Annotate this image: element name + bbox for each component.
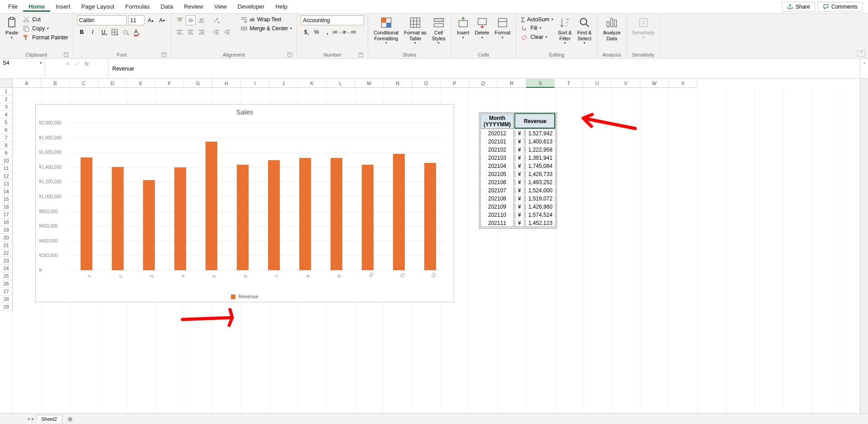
clipboard-launcher[interactable]	[64, 52, 68, 57]
italic-button[interactable]: I	[88, 27, 98, 37]
col-header-F[interactable]: F	[155, 79, 184, 88]
bar-12[interactable]	[424, 163, 436, 270]
row-header-14[interactable]: 14	[0, 188, 13, 195]
bar-5[interactable]	[206, 142, 217, 270]
col-header-A[interactable]: A	[13, 79, 41, 88]
row-header-11[interactable]: 11	[0, 165, 13, 172]
bar-2[interactable]	[112, 167, 124, 270]
decrease-indent-button[interactable]	[211, 27, 221, 37]
name-box-input[interactable]	[3, 60, 34, 66]
tab-data[interactable]: Data	[155, 1, 178, 12]
tab-developer[interactable]: Developer	[232, 1, 270, 12]
share-button[interactable]: Share	[782, 2, 815, 12]
row-header-1[interactable]: 1	[0, 88, 13, 95]
sales-chart[interactable]: Sales ¥-¥200,000¥400,000¥600,000¥800,000…	[35, 104, 454, 302]
table-row[interactable]: 202104¥1,745,084	[480, 162, 556, 170]
col-header-K[interactable]: K	[298, 79, 326, 88]
table-header[interactable]: Month (YYYYMM)	[480, 114, 514, 129]
expand-formula-bar[interactable]: ⌄	[860, 59, 868, 78]
fill-button[interactable]: Fill ▾	[520, 24, 554, 32]
bar-3[interactable]	[143, 180, 155, 270]
font-name-select[interactable]	[77, 15, 127, 25]
copy-button[interactable]: Copy ▾	[22, 24, 69, 33]
col-header-V[interactable]: V	[612, 79, 640, 88]
number-launcher[interactable]	[359, 52, 363, 57]
fx-icon[interactable]: fx	[85, 61, 89, 67]
row-header-20[interactable]: 20	[0, 234, 13, 242]
col-header-H[interactable]: H	[212, 79, 241, 88]
col-header-W[interactable]: W	[640, 79, 669, 88]
alignment-launcher[interactable]	[288, 52, 292, 57]
sheet-nav-next[interactable]: ▸	[32, 416, 34, 422]
row-header-21[interactable]: 21	[0, 242, 13, 249]
table-row[interactable]: 202111¥1,452,123	[480, 219, 556, 227]
cell-grid[interactable]: Sales ¥-¥200,000¥400,000¥600,000¥800,000…	[13, 88, 860, 413]
col-header-B[interactable]: B	[41, 79, 70, 88]
vertical-scrollbar[interactable]	[860, 79, 868, 413]
new-sheet-button[interactable]: ⊕	[64, 415, 77, 423]
table-row[interactable]: 202110¥1,574,524	[480, 211, 556, 219]
bar-7[interactable]	[268, 160, 280, 270]
borders-button[interactable]	[110, 27, 120, 37]
col-header-R[interactable]: R	[498, 79, 526, 88]
col-header-C[interactable]: C	[70, 79, 98, 88]
col-header-P[interactable]: P	[441, 79, 469, 88]
row-header-22[interactable]: 22	[0, 249, 13, 257]
table-row[interactable]: 202103¥1,391,941	[480, 154, 556, 162]
col-header-O[interactable]: O	[412, 79, 441, 88]
align-top-button[interactable]	[175, 15, 185, 25]
number-format-select[interactable]	[301, 15, 364, 25]
table-row[interactable]: 202106¥1,493,252	[480, 179, 556, 186]
find-select-button[interactable]: Find & Select▾	[575, 15, 594, 46]
table-row[interactable]: 202108¥1,519,072	[480, 195, 556, 202]
bar-10[interactable]	[362, 165, 374, 270]
row-header-28[interactable]: 28	[0, 295, 13, 303]
col-header-M[interactable]: M	[355, 79, 384, 88]
underline-button[interactable]: U	[99, 27, 109, 37]
align-right-button[interactable]	[197, 27, 206, 37]
conditional-formatting-button[interactable]: Conditional Formatting▾	[372, 15, 400, 46]
bar-11[interactable]	[393, 154, 405, 270]
tab-file[interactable]: File	[3, 1, 23, 12]
format-as-table-button[interactable]: Format as Table▾	[402, 15, 428, 46]
row-header-16[interactable]: 16	[0, 203, 13, 211]
row-header-23[interactable]: 23	[0, 257, 13, 265]
row-header-10[interactable]: 10	[0, 157, 13, 165]
orientation-button[interactable]	[211, 15, 221, 25]
row-header-18[interactable]: 18	[0, 219, 13, 226]
increase-decimal-button[interactable]: .00→.0	[333, 27, 343, 37]
table-header[interactable]: Revenue	[515, 114, 556, 129]
row-header-6[interactable]: 6	[0, 126, 13, 134]
sort-filter-button[interactable]: Sort & Filter▾	[556, 15, 574, 46]
align-left-button[interactable]	[175, 27, 185, 37]
cut-button[interactable]: Cut	[22, 15, 69, 24]
font-color-button[interactable]: A	[131, 27, 141, 37]
row-header-24[interactable]: 24	[0, 265, 13, 272]
decrease-font-button[interactable]: A▾	[157, 15, 167, 25]
clear-button[interactable]: Clear ▾	[520, 33, 554, 41]
col-header-L[interactable]: L	[326, 79, 355, 88]
col-header-Q[interactable]: Q	[469, 79, 498, 88]
bar-4[interactable]	[174, 167, 186, 270]
bold-button[interactable]: B	[77, 27, 87, 37]
collapse-ribbon-button[interactable]: ˄	[857, 50, 865, 57]
fill-color-button[interactable]	[120, 27, 130, 37]
percent-button[interactable]: %	[312, 27, 321, 37]
col-header-S[interactable]: S	[526, 79, 555, 88]
table-row[interactable]: 202105¥1,428,733	[480, 171, 556, 178]
align-middle-button[interactable]	[186, 15, 196, 25]
font-size-select[interactable]	[128, 15, 144, 25]
column-headers[interactable]: ABCDEFGHIJKLMNOPQRSTUVWX	[13, 79, 860, 88]
tab-page-layout[interactable]: Page Layout	[76, 1, 120, 12]
sheet-tab[interactable]: Sheet2	[36, 415, 62, 423]
format-cells-button[interactable]: Format▾	[493, 15, 513, 40]
comma-button[interactable]: ,	[322, 27, 332, 37]
row-header-7[interactable]: 7	[0, 134, 13, 142]
col-header-N[interactable]: N	[384, 79, 412, 88]
name-box[interactable]	[0, 59, 45, 78]
row-header-19[interactable]: 19	[0, 226, 13, 234]
tab-formulas[interactable]: Formulas	[120, 1, 155, 12]
col-header-T[interactable]: T	[555, 79, 583, 88]
analyze-data-button[interactable]: Analyze Data	[601, 15, 623, 42]
row-header-9[interactable]: 9	[0, 149, 13, 157]
